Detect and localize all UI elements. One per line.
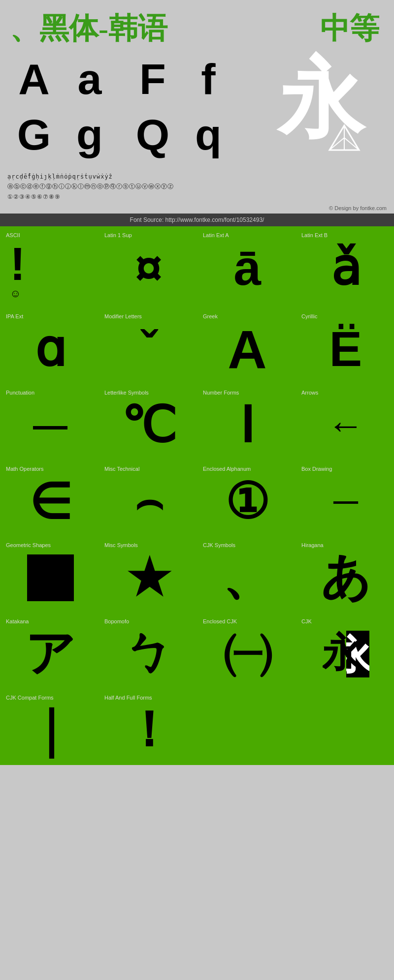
cell-katakana: Katakana ア <box>0 612 98 689</box>
label-numberforms: Number Forms <box>203 390 292 396</box>
preview-char-f: f <box>182 53 235 106</box>
label-cyrillic: Cyrillic <box>301 313 390 319</box>
label-modifierletters: Modifier Letters <box>104 313 193 319</box>
cell-arrows: Arrows ← <box>296 384 394 460</box>
char-latin1sup: ¤ <box>135 240 163 296</box>
cell-misctechnical: Misc Technical ⌢ <box>98 460 197 536</box>
alphabet-strip: ạṛcḍḗḟġḥiȷḳḷṁṅȯṗqṛṡṫụvẇẋẏẑ ⓐⓑⓒⓓⓔⓕⓖⓗⓘⓙⓚⓛⓜ… <box>0 171 394 204</box>
source-bar: Font Source: http://www.fontke.com/font/… <box>0 214 394 226</box>
cell-enclosedcjk: Enclosed CJK ㈠ <box>197 612 296 689</box>
font-title-right: 中等 <box>320 9 379 49</box>
char-modifierletters: ˇ <box>140 321 157 377</box>
char-boxdrawing: ─ <box>333 482 358 521</box>
cell-miscsymbols: Misc Symbols ★ <box>98 536 197 612</box>
preview-char-a: a <box>63 53 116 106</box>
label-mathoperators: Math Operators <box>6 466 95 472</box>
cell-cyrillic: Cyrillic Ё <box>296 307 394 384</box>
cell-modifierletters: Modifier Letters ˇ <box>98 307 197 384</box>
char-cjk: 永 永 <box>323 631 369 677</box>
label-geometricshapes: Geometric Shapes <box>6 542 95 548</box>
label-misctechnical: Misc Technical <box>104 466 193 472</box>
char-geometricshapes <box>27 554 74 601</box>
char-misctechnical: ⌢ <box>134 476 164 527</box>
preview-char-G: G <box>7 108 61 161</box>
big-char-preview: 永 <box>250 53 384 163</box>
cell-empty1 <box>197 689 296 765</box>
font-title-left: 、黑体-韩语 <box>10 9 167 49</box>
preview-char-A: A <box>7 53 61 106</box>
char-ipaext: ɑ <box>35 320 66 378</box>
cell-cjkcompatforms: CJK Compat Forms ｜ <box>0 689 98 765</box>
label-cjk: CJK <box>301 618 390 624</box>
char-punctuation: — <box>33 405 67 445</box>
cell-empty2 <box>296 689 394 765</box>
cell-latinextb: Latin Ext B ǎ <box>296 226 394 307</box>
char-enclosedcjk: ㈠ <box>223 621 272 687</box>
char-bopomofo: ㄅ <box>124 621 174 687</box>
label-latin1sup: Latin 1 Sup <box>104 232 193 238</box>
preview-char-Q: Q <box>126 108 179 161</box>
cell-punctuation: Punctuation — <box>0 384 98 460</box>
cell-greek: Greek Α <box>197 307 296 384</box>
cell-ipaext: IPA Ext ɑ <box>0 307 98 384</box>
char-arrows: ← <box>328 404 364 446</box>
cell-ascii: ASCII ! ☺ <box>0 226 98 307</box>
char-mathoperators: ∈ <box>29 473 72 530</box>
cell-numberforms: Number Forms Ⅰ <box>197 384 296 460</box>
label-latinexta: Latin Ext A <box>203 232 292 238</box>
char-cjkcompatforms: ｜ <box>26 697 74 764</box>
preview-char-g: g <box>63 108 116 161</box>
alphabet-line1: ạṛcḍḗḟġḥiȷḳḷṁṅȯṗqṛṡṫụvẇẋẏẑ <box>7 172 387 182</box>
char-enclosedalphanum: ① <box>225 473 269 530</box>
label-letterlike: Letterlike Symbols <box>104 390 193 396</box>
cell-latin1sup: Latin 1 Sup ¤ <box>98 226 197 307</box>
cell-hallandfullforms: Half And Full Forms ！ <box>98 689 197 765</box>
cell-cjksymbols: CJK Symbols 、 <box>197 536 296 612</box>
char-cyrillic: Ё <box>329 321 362 377</box>
cell-hiragana: Hiragana あ <box>296 536 394 612</box>
char-cjksymbols: 、 <box>223 545 272 611</box>
label-arrows: Arrows <box>301 390 390 396</box>
char-hallandfullforms: ！ <box>124 697 173 764</box>
char-hiragana: あ <box>321 545 371 611</box>
char-numberforms: Ⅰ <box>240 397 255 454</box>
char-katakana: ア <box>25 621 75 687</box>
label-punctuation: Punctuation <box>6 390 95 396</box>
cell-mathoperators: Math Operators ∈ <box>0 460 98 536</box>
label-latinextb: Latin Ext B <box>301 232 390 238</box>
alphabet-line3: ①②③④⑤⑥⑦⑧⑨ <box>7 192 387 202</box>
cell-bopomofo: Bopomofo ㄅ <box>98 612 197 689</box>
char-ascii-sub: ☺ <box>10 287 21 300</box>
label-ipaext: IPA Ext <box>6 313 95 319</box>
char-ascii: ! <box>10 241 26 287</box>
alphabet-line2: ⓐⓑⓒⓓⓔⓕⓖⓗⓘⓙⓚⓛⓜⓝⓞⓟⓠⓡⓢⓣⓤⓥⓦⓧⓨⓩ <box>7 182 387 191</box>
char-latinextb: ǎ <box>331 239 361 297</box>
preview-char-F: F <box>126 53 179 106</box>
char-letterlike: ℃ <box>121 397 176 454</box>
svg-line-3 <box>329 138 344 150</box>
cell-boxdrawing: Box Drawing ─ <box>296 460 394 536</box>
label-miscsymbols: Misc Symbols <box>104 542 193 548</box>
preview-char-q: q <box>182 108 235 161</box>
cell-enclosedalphanum: Enclosed Alphanum ① <box>197 460 296 536</box>
char-latinexta: ā <box>233 240 261 296</box>
char-greek: Α <box>228 318 266 380</box>
cell-geometricshapes: Geometric Shapes <box>0 536 98 612</box>
svg-line-4 <box>344 138 359 150</box>
cell-cjk: CJK 永 永 <box>296 612 394 689</box>
label-boxdrawing: Box Drawing <box>301 466 390 472</box>
cell-latinexta: Latin Ext A ā <box>197 226 296 307</box>
credit-line: © Design by fontke.com <box>0 204 394 214</box>
cell-letterlike: Letterlike Symbols ℃ <box>98 384 197 460</box>
label-enclosedalphanum: Enclosed Alphanum <box>203 466 292 472</box>
char-miscsymbols: ★ <box>127 549 171 607</box>
